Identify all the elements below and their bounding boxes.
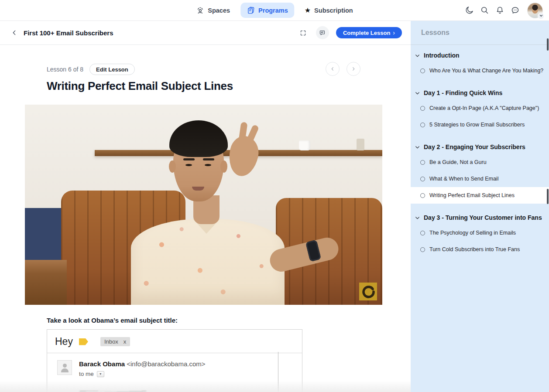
comment-icon[interactable] [316,26,329,39]
nav-tab-spaces-label: Spaces [208,7,230,14]
spaces-icon [196,6,204,14]
lesson-item-label: Writing Perfect Email Subject Lines [429,192,515,198]
chevron-down-icon [415,90,420,96]
lessons-sidebar: Lessons IntroductionWho Are You & What C… [411,21,549,392]
chevron-down-icon [415,215,420,221]
label-tag-icon [79,338,88,345]
nav-tabs: Spaces Programs ★ Subscription [190,3,359,18]
course-lesson-page: { "nav": { "spaces": "Spaces", "programs… [0,0,549,392]
lesson-item-label: What & When to Send Email [429,176,498,182]
lesson-item-label: Be a Guide, Not a Guru [429,159,487,165]
lesson-status-icon [420,247,425,252]
section-toggle[interactable]: Day 1 - Finding Quick Wins [411,86,549,100]
sender-name: Barack Obama [79,360,125,368]
lesson-item[interactable]: Be a Guide, Not a Guru [411,154,549,170]
lesson-status-icon [420,106,425,111]
moon-icon[interactable] [464,6,474,15]
sender-email: <info@barackobama.com> [127,360,205,368]
lessons-list: IntroductionWho Are You & What Change Ar… [411,45,549,258]
nav-tab-programs[interactable]: Programs [240,3,294,18]
nav-tab-subscription-label: Subscription [314,7,353,14]
star-icon: ★ [305,7,311,14]
lesson-item-label: Create a Opt-In Page (A.K.A "Capture Pag… [429,105,539,111]
programs-icon [247,6,255,14]
lesson-status-icon [420,231,425,235]
lesson-progress: Lesson 6 of 8 [47,66,83,73]
section-toggle[interactable]: Day 2 - Engaging Your Subscribers [411,140,549,154]
scrollbar-thumb[interactable] [547,38,549,51]
lesson-item-label: The Psychology of Selling in Emails [429,230,516,236]
lessons-title: Lessons [421,29,449,37]
bell-icon[interactable] [495,6,504,15]
back-icon[interactable] [9,27,20,38]
section-toggle[interactable]: Introduction [411,48,549,62]
lesson-item[interactable]: Turn Cold Subscribers into True Fans [411,241,549,258]
chat-icon[interactable] [510,6,520,15]
to-line: to me [79,371,94,377]
lesson-status-icon [420,160,425,165]
top-nav: Spaces Programs ★ Subscription [0,0,549,21]
lesson-item[interactable]: Writing Perfect Email Subject Lines [411,187,549,204]
lesson-video[interactable] [25,105,382,305]
search-icon[interactable] [480,6,489,15]
section-title: Day 3 - Turning Your Customer into Fans [424,214,542,221]
lesson-section: IntroductionWho Are You & What Change Ar… [411,48,549,79]
next-lesson-button[interactable] [347,62,360,76]
edit-lesson-button[interactable]: Edit Lesson [89,64,135,75]
scrollbar-thumb[interactable] [547,189,549,204]
lesson-item[interactable]: 5 Strategies to Grow Email Subscribers [411,116,549,133]
section-title: Day 2 - Engaging Your Subscribers [424,143,525,150]
course-title: First 100+ Email Subscribers [24,29,113,37]
lesson-status-icon [420,68,425,73]
lesson-item-label: 5 Strategies to Grow Email Subscribers [429,122,525,128]
lesson-section: Day 1 - Finding Quick WinsCreate a Opt-I… [411,86,549,133]
lesson-item-label: Turn Cold Subscribers into True Fans [429,246,520,252]
lesson-section: Day 3 - Turning Your Customer into FansT… [411,211,549,258]
section-toggle[interactable]: Day 3 - Turning Your Customer into Fans [411,211,549,225]
lesson-status-icon [420,193,425,198]
prev-lesson-button[interactable] [326,62,340,76]
user-menu[interactable] [527,3,543,18]
lessons-header: Lessons [411,21,549,45]
nav-tab-spaces[interactable]: Spaces [190,3,236,18]
section-title: Introduction [424,52,460,59]
chevron-down-icon [538,13,544,19]
email-screenshot: Hey Inboxx Barack Obama <info@barackobam… [47,329,302,392]
sender-avatar [57,360,72,375]
lesson-title: Writing Perfect Email Subject Lines [47,79,360,93]
lesson-section: Day 2 - Engaging Your SubscribersBe a Gu… [411,140,549,204]
complete-lesson-button[interactable]: Complete Lesson› [336,27,402,38]
lesson-item[interactable]: What & When to Send Email [411,170,549,187]
lesson-body-heading: Take a look at Obama’s email subject tit… [47,317,360,324]
lesson-item-label: Who Are You & What Change Are You Making… [429,68,543,74]
lesson-item[interactable]: Create a Opt-In Page (A.K.A "Capture Pag… [411,100,549,116]
nav-tab-subscription[interactable]: ★ Subscription [299,3,359,17]
email-subject: Hey [55,336,73,348]
lesson-item[interactable]: Who Are You & What Change Are You Making… [411,62,549,79]
lesson-status-icon [420,123,425,127]
lesson-content: Lesson 6 of 8 Edit Lesson Writing Perfec… [0,45,411,392]
chevron-down-icon [415,144,420,150]
lesson-status-icon [420,177,425,181]
lesson-pager [326,62,360,76]
lesson-header-bar: First 100+ Email Subscribers Complete Le… [0,21,411,45]
watermark-logo [359,283,377,300]
nav-tab-programs-label: Programs [258,7,288,14]
chevron-right-icon: › [393,30,395,36]
nav-actions [464,3,543,18]
fullscreen-icon[interactable] [298,27,309,38]
section-title: Day 1 - Finding Quick Wins [424,89,502,96]
details-dropdown-icon[interactable]: ▾ [97,371,104,377]
chevron-down-icon [415,53,420,58]
inbox-badge: Inboxx [100,337,130,346]
lesson-item[interactable]: The Psychology of Selling in Emails [411,225,549,241]
inbox-close: x [124,338,127,345]
